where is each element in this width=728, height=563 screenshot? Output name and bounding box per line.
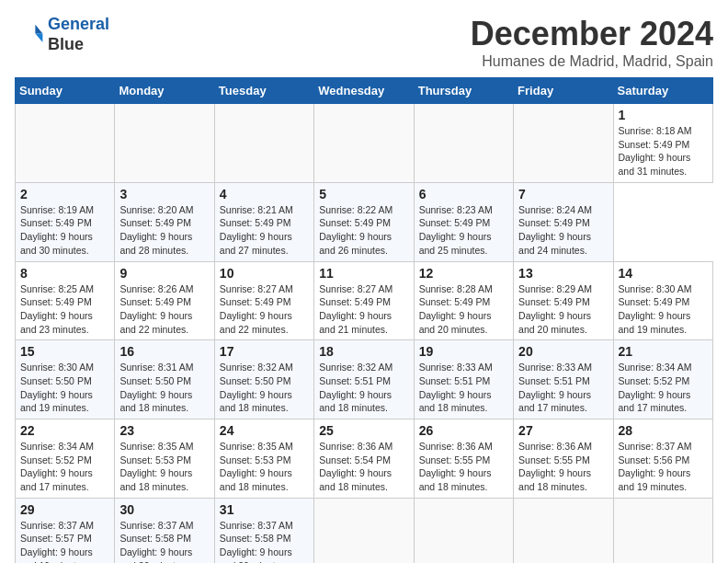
calendar-cell-day-4: 4Sunrise: 8:21 AMSunset: 5:49 PMDaylight… — [214, 182, 313, 261]
calendar-header-wednesday: Wednesday — [314, 78, 414, 104]
day-info: Sunrise: 8:24 AMSunset: 5:49 PMDaylight:… — [518, 203, 608, 258]
calendar-week-row: 29Sunrise: 8:37 AMSunset: 5:57 PMDayligh… — [16, 498, 713, 563]
day-number: 1 — [619, 108, 708, 122]
empty-cell — [314, 498, 414, 563]
day-number: 28 — [619, 423, 708, 438]
calendar-cell-day-16: 16Sunrise: 8:31 AMSunset: 5:50 PMDayligh… — [115, 340, 214, 419]
calendar-cell-day-30: 30Sunrise: 8:37 AMSunset: 5:58 PMDayligh… — [115, 498, 214, 563]
day-number: 15 — [20, 344, 109, 359]
empty-cell — [414, 104, 513, 183]
empty-cell — [214, 104, 313, 183]
day-number: 23 — [119, 423, 209, 438]
day-number: 31 — [220, 502, 309, 517]
day-info: Sunrise: 8:26 AMSunset: 5:49 PMDaylight:… — [119, 282, 209, 337]
calendar-cell-day-19: 19Sunrise: 8:33 AMSunset: 5:51 PMDayligh… — [414, 340, 513, 419]
day-info: Sunrise: 8:30 AMSunset: 5:49 PMDaylight:… — [619, 282, 708, 337]
day-number: 3 — [119, 187, 209, 201]
empty-cell — [514, 104, 613, 183]
day-number: 11 — [319, 266, 408, 281]
calendar-cell-day-1: 1Sunrise: 8:18 AMSunset: 5:49 PMDaylight… — [613, 104, 712, 183]
day-info: Sunrise: 8:37 AMSunset: 5:56 PMDaylight:… — [619, 440, 708, 494]
calendar-cell-day-26: 26Sunrise: 8:36 AMSunset: 5:55 PMDayligh… — [414, 419, 513, 499]
calendar-cell-day-8: 8Sunrise: 8:25 AMSunset: 5:49 PMDaylight… — [16, 261, 115, 340]
day-info: Sunrise: 8:33 AMSunset: 5:51 PMDaylight:… — [419, 361, 508, 415]
day-info: Sunrise: 8:21 AMSunset: 5:49 PMDaylight:… — [220, 203, 309, 258]
calendar-header-saturday: Saturday — [613, 78, 712, 104]
day-number: 5 — [319, 187, 408, 201]
empty-cell — [115, 104, 214, 183]
day-info: Sunrise: 8:22 AMSunset: 5:49 PMDaylight:… — [319, 203, 408, 258]
calendar-cell-day-12: 12Sunrise: 8:28 AMSunset: 5:49 PMDayligh… — [414, 261, 513, 340]
calendar-cell-day-24: 24Sunrise: 8:35 AMSunset: 5:53 PMDayligh… — [214, 419, 313, 499]
day-number: 21 — [619, 344, 708, 359]
day-number: 20 — [518, 344, 608, 359]
day-number: 2 — [20, 187, 109, 201]
day-number: 12 — [419, 266, 508, 281]
location-subtitle: Humanes de Madrid, Madrid, Spain — [471, 53, 713, 70]
calendar-week-row: 22Sunrise: 8:34 AMSunset: 5:52 PMDayligh… — [16, 419, 713, 499]
day-info: Sunrise: 8:20 AMSunset: 5:49 PMDaylight:… — [119, 203, 209, 258]
day-info: Sunrise: 8:32 AMSunset: 5:51 PMDaylight:… — [319, 361, 408, 415]
day-info: Sunrise: 8:28 AMSunset: 5:49 PMDaylight:… — [419, 282, 508, 337]
calendar-cell-day-14: 14Sunrise: 8:30 AMSunset: 5:49 PMDayligh… — [613, 261, 712, 340]
day-info: Sunrise: 8:30 AMSunset: 5:50 PMDaylight:… — [20, 361, 109, 415]
calendar-cell-day-15: 15Sunrise: 8:30 AMSunset: 5:50 PMDayligh… — [16, 340, 115, 419]
day-info: Sunrise: 8:36 AMSunset: 5:54 PMDaylight:… — [319, 440, 408, 494]
day-number: 24 — [220, 423, 309, 438]
empty-cell — [414, 498, 513, 563]
day-number: 27 — [518, 423, 608, 438]
calendar-cell-day-6: 6Sunrise: 8:23 AMSunset: 5:49 PMDaylight… — [414, 182, 513, 261]
calendar-header-monday: Monday — [115, 78, 214, 104]
day-number: 22 — [20, 423, 109, 438]
calendar-cell-day-25: 25Sunrise: 8:36 AMSunset: 5:54 PMDayligh… — [314, 419, 414, 499]
empty-cell — [16, 104, 115, 183]
day-info: Sunrise: 8:34 AMSunset: 5:52 PMDaylight:… — [20, 440, 109, 494]
day-info: Sunrise: 8:37 AMSunset: 5:57 PMDaylight:… — [20, 519, 109, 563]
day-info: Sunrise: 8:27 AMSunset: 5:49 PMDaylight:… — [319, 282, 408, 337]
day-info: Sunrise: 8:34 AMSunset: 5:52 PMDaylight:… — [619, 361, 708, 415]
title-area: December 2024 Humanes de Madrid, Madrid,… — [471, 15, 713, 70]
calendar-cell-day-7: 7Sunrise: 8:24 AMSunset: 5:49 PMDaylight… — [514, 182, 613, 261]
day-number: 18 — [319, 344, 408, 359]
logo-text: General Blue — [48, 15, 109, 54]
day-number: 10 — [220, 266, 309, 281]
calendar-cell-day-20: 20Sunrise: 8:33 AMSunset: 5:51 PMDayligh… — [514, 340, 613, 419]
day-number: 26 — [419, 423, 508, 438]
day-info: Sunrise: 8:37 AMSunset: 5:58 PMDaylight:… — [119, 519, 209, 563]
day-info: Sunrise: 8:29 AMSunset: 5:49 PMDaylight:… — [518, 282, 608, 337]
day-info: Sunrise: 8:35 AMSunset: 5:53 PMDaylight:… — [119, 440, 209, 494]
day-number: 25 — [319, 423, 408, 438]
calendar-cell-day-2: 2Sunrise: 8:19 AMSunset: 5:49 PMDaylight… — [16, 182, 115, 261]
day-number: 17 — [220, 344, 309, 359]
calendar-cell-day-11: 11Sunrise: 8:27 AMSunset: 5:49 PMDayligh… — [314, 261, 414, 340]
day-info: Sunrise: 8:23 AMSunset: 5:49 PMDaylight:… — [419, 203, 508, 258]
logo: General Blue — [15, 15, 109, 54]
calendar-cell-day-27: 27Sunrise: 8:36 AMSunset: 5:55 PMDayligh… — [514, 419, 613, 499]
calendar-week-row: 2Sunrise: 8:19 AMSunset: 5:49 PMDaylight… — [16, 182, 713, 261]
day-info: Sunrise: 8:18 AMSunset: 5:49 PMDaylight:… — [619, 124, 708, 178]
day-number: 8 — [20, 266, 109, 281]
calendar-header-tuesday: Tuesday — [214, 78, 313, 104]
day-info: Sunrise: 8:32 AMSunset: 5:50 PMDaylight:… — [220, 361, 309, 415]
empty-cell — [314, 104, 414, 183]
calendar-cell-day-28: 28Sunrise: 8:37 AMSunset: 5:56 PMDayligh… — [613, 419, 712, 499]
calendar-header-sunday: Sunday — [16, 78, 115, 104]
calendar-cell-day-3: 3Sunrise: 8:20 AMSunset: 5:49 PMDaylight… — [115, 182, 214, 261]
calendar-cell-day-18: 18Sunrise: 8:32 AMSunset: 5:51 PMDayligh… — [314, 340, 414, 419]
day-info: Sunrise: 8:36 AMSunset: 5:55 PMDaylight:… — [419, 440, 508, 494]
day-number: 13 — [518, 266, 608, 281]
main-title: December 2024 — [471, 15, 713, 53]
calendar-cell-day-17: 17Sunrise: 8:32 AMSunset: 5:50 PMDayligh… — [214, 340, 313, 419]
calendar-cell-day-10: 10Sunrise: 8:27 AMSunset: 5:49 PMDayligh… — [214, 261, 313, 340]
day-number: 29 — [20, 502, 109, 517]
calendar-header-thursday: Thursday — [414, 78, 513, 104]
calendar-header-row: SundayMondayTuesdayWednesdayThursdayFrid… — [16, 78, 713, 104]
calendar-cell-day-21: 21Sunrise: 8:34 AMSunset: 5:52 PMDayligh… — [613, 340, 712, 419]
calendar-cell-day-22: 22Sunrise: 8:34 AMSunset: 5:52 PMDayligh… — [16, 419, 115, 499]
calendar-week-row: 15Sunrise: 8:30 AMSunset: 5:50 PMDayligh… — [16, 340, 713, 419]
page-header: General Blue December 2024 Humanes de Ma… — [15, 15, 713, 70]
day-info: Sunrise: 8:31 AMSunset: 5:50 PMDaylight:… — [119, 361, 209, 415]
day-info: Sunrise: 8:25 AMSunset: 5:49 PMDaylight:… — [20, 282, 109, 337]
svg-marker-1 — [35, 33, 42, 42]
calendar-week-row: 8Sunrise: 8:25 AMSunset: 5:49 PMDaylight… — [16, 261, 713, 340]
